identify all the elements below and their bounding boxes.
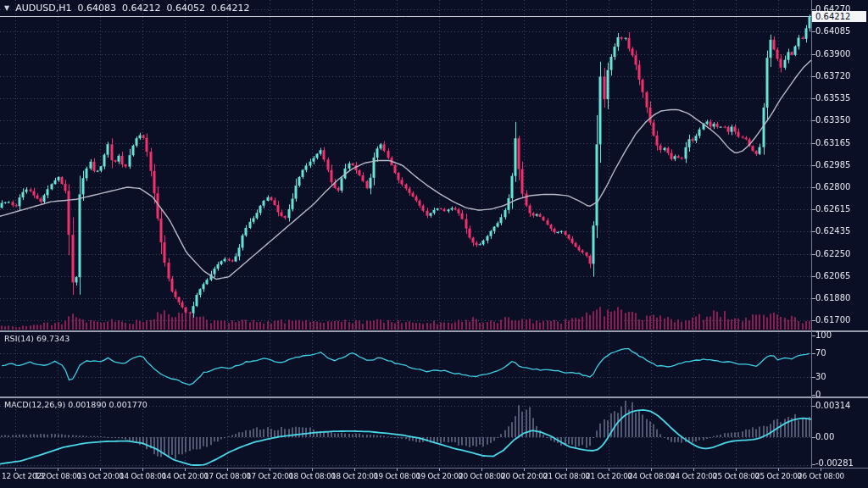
time-axis-label: 17 Oct 08:00 <box>204 472 251 480</box>
time-axis-label: 13 Oct 08:00 <box>35 472 81 480</box>
time-axis-label: 24 Oct 08:00 <box>628 472 675 480</box>
time-axis-label: 20 Oct 08:00 <box>459 472 505 480</box>
price-axis-label: 0.63900 <box>815 49 850 58</box>
time-axis-label: 21 Oct 20:00 <box>586 472 632 480</box>
trading-chart-window: ▼ AUDUSD,H1 0.64083 0.64212 0.64052 0.64… <box>0 0 868 488</box>
price-axis-label: 0.62065 <box>815 271 850 280</box>
chart-ohlc-header: ▼ AUDUSD,H1 0.64083 0.64212 0.64052 0.64… <box>4 3 249 14</box>
symbol-timeframe: AUDUSD,H1 <box>15 3 71 14</box>
price-axis-label: 0.63350 <box>815 115 850 125</box>
time-axis-label: 25 Oct 08:00 <box>713 472 760 480</box>
time-axis-label: 25 Oct 20:00 <box>755 472 802 480</box>
price-axis-label: 0.61880 <box>815 293 850 302</box>
price-axis-label: 0.63165 <box>815 138 850 147</box>
time-axis-label: 18 Oct 08:00 <box>289 472 336 480</box>
time-axis-label: 13 Oct 20:00 <box>77 472 124 480</box>
time-axis-label: 14 Oct 08:00 <box>120 472 166 480</box>
ohlc-high: 0.64212 <box>122 3 161 14</box>
time-axis-label: 14 Oct 20:00 <box>162 472 209 480</box>
price-axis-label: 0.64085 <box>815 26 850 36</box>
price-axis-label: 0.61700 <box>815 315 850 324</box>
current-price-tag: 0.64212 <box>812 11 866 22</box>
chart-canvas[interactable] <box>0 0 868 488</box>
ohlc-open: 0.64083 <box>77 3 116 14</box>
macd-indicator-label: MACD(12,26,9) 0.001890 0.001770 <box>4 400 147 409</box>
ohlc-low: 0.64052 <box>166 3 205 14</box>
time-axis-label: 19 Oct 20:00 <box>416 472 463 480</box>
time-axis-label: 19 Oct 08:00 <box>374 472 420 480</box>
macd-axis-label: 0.00314 <box>815 401 850 410</box>
rsi-axis-label: 0 <box>815 390 821 399</box>
price-axis-label: 0.63720 <box>815 71 850 80</box>
time-axis-label: 17 Oct 20:00 <box>247 472 293 480</box>
price-axis-label: 0.62250 <box>815 249 850 258</box>
rsi-axis-label: 30 <box>815 372 826 381</box>
rsi-indicator-label: RSI(14) 69.7343 <box>4 334 70 343</box>
time-axis-label: 24 Oct 20:00 <box>670 472 717 480</box>
time-axis-label: 26 Oct 08:00 <box>798 472 844 480</box>
ohlc-close: 0.64212 <box>211 3 250 14</box>
price-axis-label: 0.62985 <box>815 160 850 169</box>
price-axis-label: 0.63535 <box>815 93 850 103</box>
price-axis-label: 0.62615 <box>815 204 850 214</box>
macd-axis-label: -0.00281 <box>815 458 854 468</box>
rsi-axis-label: 70 <box>815 348 826 358</box>
symbol-dropdown-icon[interactable]: ▼ <box>4 4 9 12</box>
price-axis-label: 0.62435 <box>815 226 850 236</box>
macd-axis-label: 0.00 <box>815 432 834 441</box>
price-axis-label: 0.62800 <box>815 182 850 191</box>
time-axis-label: 21 Oct 08:00 <box>543 472 590 480</box>
time-axis-label: 18 Oct 20:00 <box>331 472 378 480</box>
time-axis-label: 20 Oct 20:00 <box>501 472 548 480</box>
rsi-axis-label: 100 <box>815 330 832 340</box>
